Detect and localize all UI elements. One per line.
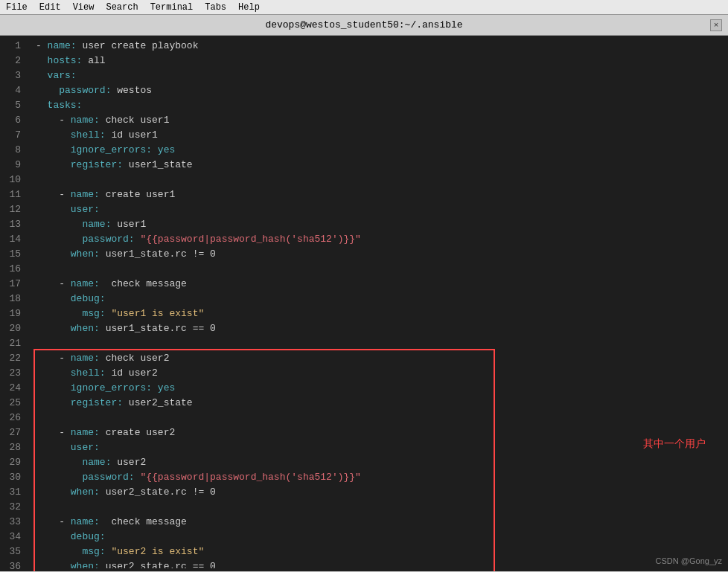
line-number: 30 <box>6 470 21 485</box>
line-number: 1 <box>6 39 21 54</box>
code-segment <box>36 442 71 453</box>
code-line: - name: check message <box>36 515 722 530</box>
code-segment <box>36 561 71 568</box>
code-segment: shell: <box>71 129 106 141</box>
code-segment <box>36 457 82 468</box>
code-segment: - <box>36 189 71 200</box>
code-segment: name: <box>82 219 111 230</box>
code-line: tasks: <box>36 98 722 113</box>
code-line: password: westos <box>36 83 722 98</box>
code-segment: user: <box>71 442 100 453</box>
menu-terminal[interactable]: Terminal <box>150 2 194 13</box>
code-segment: name: <box>71 189 100 200</box>
code-segment: user: <box>71 204 100 215</box>
editor-container: 1234567891011121314151617181920212223242… <box>0 36 728 571</box>
code-segment: debug: <box>71 293 106 304</box>
line-number: 2 <box>6 54 21 68</box>
code-segment <box>36 234 82 245</box>
code-segment: "{{password|password_hash('sha512')}}" <box>135 472 361 483</box>
code-line: - name: check message <box>36 277 722 292</box>
code-line: msg: "user1 is exist" <box>36 306 722 321</box>
code-segment: tasks: <box>48 100 83 111</box>
code-segment <box>36 85 59 96</box>
line-number: 6 <box>6 113 21 128</box>
code-segment: name: <box>71 427 100 438</box>
line-number: 26 <box>6 411 21 425</box>
code-segment: password: <box>82 234 134 245</box>
code-line: - name: check user1 <box>36 113 722 128</box>
code-segment <box>36 472 82 483</box>
code-segment <box>36 308 82 319</box>
code-segment <box>36 546 82 557</box>
code-segment: create user1 <box>100 189 175 200</box>
line-number: 8 <box>6 143 21 158</box>
code-line: vars: <box>36 68 722 83</box>
code-segment <box>36 219 82 230</box>
code-line <box>36 262 722 277</box>
menu-view[interactable]: View <box>73 2 95 13</box>
code-segment: hosts: <box>48 55 83 66</box>
line-number: 17 <box>6 277 21 292</box>
line-number: 31 <box>6 485 21 500</box>
line-number: 22 <box>6 351 21 366</box>
line-number: 29 <box>6 455 21 470</box>
line-number: 25 <box>6 396 21 411</box>
code-segment: create user2 <box>100 427 175 438</box>
code-segment: ignore_errors: <box>71 382 152 393</box>
code-segment: check message <box>100 516 187 527</box>
code-segment <box>36 144 71 155</box>
code-segment: name: <box>82 457 111 468</box>
line-number: 5 <box>6 98 21 113</box>
line-number: 14 <box>6 232 21 247</box>
code-segment: all <box>82 55 105 66</box>
code-segment: user1_state.rc != 0 <box>100 248 216 260</box>
code-segment: user1 <box>111 219 146 230</box>
line-number: 21 <box>6 336 21 351</box>
menu-tabs[interactable]: Tabs <box>205 2 226 13</box>
code-segment: user1_state <box>123 159 193 170</box>
code-line: user: <box>36 202 722 217</box>
code-line: hosts: all <box>36 54 722 68</box>
code-segment: shell: <box>71 367 106 379</box>
code-segment: name: <box>71 115 100 126</box>
code-segment: - <box>36 353 71 364</box>
code-segment: password: <box>82 472 134 483</box>
code-segment: user create playbook <box>77 40 199 51</box>
close-button[interactable]: × <box>710 19 722 31</box>
line-number: 16 <box>6 262 21 277</box>
code-segment: check user2 <box>100 353 170 364</box>
code-segment: "user1 is exist" <box>106 308 205 319</box>
line-number: 20 <box>6 321 21 336</box>
code-line: shell: id user2 <box>36 366 722 381</box>
menu-edit[interactable]: Edit <box>39 2 61 13</box>
menu-file[interactable]: File <box>6 2 28 13</box>
code-segment <box>36 397 71 408</box>
line-number: 12 <box>6 202 21 217</box>
code-segment <box>36 55 48 66</box>
code-segment: name: <box>48 40 77 51</box>
code-segment <box>36 323 71 334</box>
line-numbers: 1234567891011121314151617181920212223242… <box>0 39 30 568</box>
code-segment: user1_state.rc == 0 <box>100 323 216 334</box>
code-line: msg: "user2 is exist" <box>36 544 722 559</box>
line-number: 32 <box>6 500 21 515</box>
code-line: register: user1_state <box>36 158 722 173</box>
code-segment: name: <box>71 353 100 364</box>
code-line: - name: create user1 <box>36 187 722 202</box>
menu-help[interactable]: Help <box>238 2 260 13</box>
line-number: 23 <box>6 366 21 381</box>
code-segment: user2_state.rc == 0 <box>100 561 216 568</box>
code-line: ignore_errors: yes <box>36 143 722 158</box>
code-line <box>36 173 722 187</box>
code-segment: when: <box>71 248 100 260</box>
line-number: 36 <box>6 559 21 571</box>
line-number: 27 <box>6 425 21 440</box>
code-segment: - <box>36 516 71 527</box>
menu-search[interactable]: Search <box>106 2 138 13</box>
code-segment: - <box>36 115 71 126</box>
code-line: when: user1_state.rc == 0 <box>36 321 722 336</box>
code-segment: yes <box>152 144 175 155</box>
code-line: - name: create user2 <box>36 425 722 440</box>
code-content[interactable]: - name: user create playbook hosts: all … <box>30 39 728 568</box>
code-segment: ignore_errors: <box>71 144 152 155</box>
